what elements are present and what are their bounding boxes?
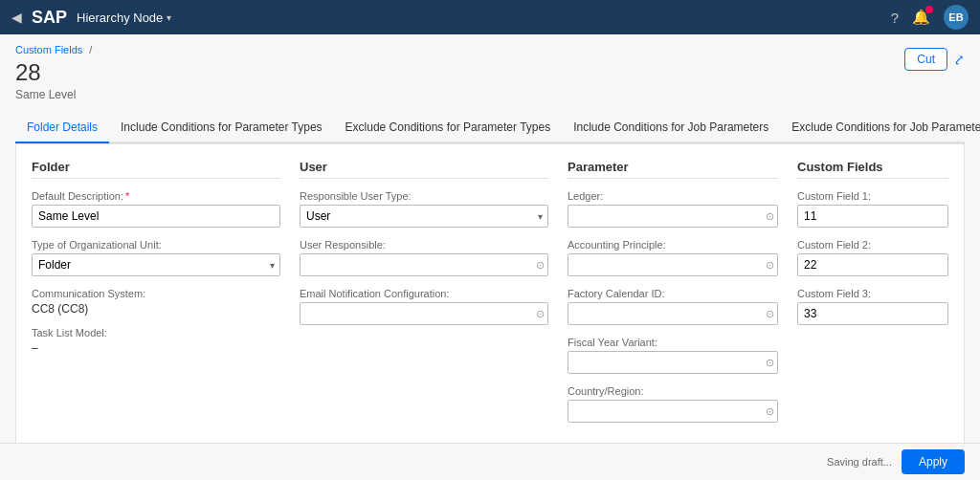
custom-fields-section: Custom Fields Custom Field 1: Custom Fie… xyxy=(797,160,948,434)
user-responsible-label: User Responsible: xyxy=(300,239,548,251)
search-value-icon[interactable]: ⊙ xyxy=(766,259,774,272)
top-navigation-bar: ◀ SAP Hierarchy Node ▾ ? 🔔 EB xyxy=(0,0,980,34)
user-section: User Responsible User Type: User ▾ User … xyxy=(300,160,548,434)
custom-field-1-input[interactable] xyxy=(797,205,948,228)
breadcrumb-separator: / xyxy=(89,44,92,55)
responsible-user-type-select[interactable]: User xyxy=(300,205,548,228)
tab-include-conditions-param-types[interactable]: Include Conditions for Parameter Types xyxy=(109,113,334,143)
search-value-icon[interactable]: ⊙ xyxy=(536,259,545,272)
accounting-principle-group: Accounting Principle: ⊙ xyxy=(568,239,778,276)
fiscal-year-variant-label: Fiscal Year Variant: xyxy=(568,337,778,348)
email-notification-label: Email Notification Configuration: xyxy=(300,288,548,299)
email-notification-input[interactable] xyxy=(300,302,548,325)
task-list-model-group: Task List Model: – xyxy=(32,327,280,355)
tab-bar: Folder Details Include Conditions for Pa… xyxy=(15,113,965,143)
tab-exclude-conditions-param-types[interactable]: Exclude Conditions for Parameter Types xyxy=(334,113,563,143)
export-button[interactable]: ⤤ xyxy=(953,52,965,67)
page-header-right: Cut ⤤ xyxy=(904,44,965,71)
user-responsible-input-wrapper: ⊙ xyxy=(300,253,548,276)
parameter-section-title: Parameter xyxy=(568,160,778,179)
fields-row: Folder Default Description: * Type of Or… xyxy=(32,160,948,434)
notification-button[interactable]: 🔔 xyxy=(912,9,930,26)
fiscal-year-variant-group: Fiscal Year Variant: ⊙ xyxy=(568,337,778,374)
communication-system-group: Communication System: CC8 (CC8) xyxy=(32,288,280,316)
task-list-model-label: Task List Model: xyxy=(32,327,280,338)
default-description-input[interactable] xyxy=(32,205,280,228)
accounting-principle-input[interactable] xyxy=(568,253,778,276)
main-panel: Folder Default Description: * Type of Or… xyxy=(15,143,965,450)
avatar[interactable]: EB xyxy=(944,5,969,30)
custom-field-3-label: Custom Field 3: xyxy=(797,288,948,299)
breadcrumb[interactable]: Custom Fields / xyxy=(15,44,904,55)
custom-field-3-input[interactable] xyxy=(797,302,948,325)
accounting-principle-label: Accounting Principle: xyxy=(568,239,778,251)
page-subtitle: Same Level xyxy=(15,88,904,101)
factory-calendar-label: Factory Calendar ID: xyxy=(568,288,778,299)
factory-calendar-group: Factory Calendar ID: ⊙ xyxy=(568,288,778,325)
country-region-input[interactable] xyxy=(568,400,778,423)
org-unit-type-select[interactable]: Folder xyxy=(32,253,280,276)
org-unit-type-select-wrapper: Folder ▾ xyxy=(32,253,280,276)
top-bar-left: ◀ SAP Hierarchy Node ▾ xyxy=(11,8,171,28)
communication-system-label: Communication System: xyxy=(32,288,280,299)
responsible-user-type-label: Responsible User Type: xyxy=(300,190,548,202)
custom-field-1-label: Custom Field 1: xyxy=(797,190,948,202)
tab-include-conditions-job-params[interactable]: Include Conditions for Job Parameters xyxy=(562,113,780,143)
sap-logo: SAP xyxy=(32,8,67,28)
page-content: Custom Fields / 28 Same Level Cut ⤤ Fold… xyxy=(0,34,980,480)
custom-field-1-group: Custom Field 1: xyxy=(797,190,948,228)
factory-calendar-input[interactable] xyxy=(568,302,778,325)
country-region-label: Country/Region: xyxy=(568,385,778,397)
country-region-group: Country/Region: ⊙ xyxy=(568,385,778,423)
folder-section: Folder Default Description: * Type of Or… xyxy=(32,160,280,434)
accounting-principle-input-wrapper: ⊙ xyxy=(568,253,778,276)
chevron-down-icon: ▾ xyxy=(167,12,171,23)
app-title-text: Hierarchy Node xyxy=(77,11,163,25)
search-value-icon[interactable]: ⊙ xyxy=(766,308,774,320)
ledger-input-wrapper: ⊙ xyxy=(568,205,778,228)
ledger-input[interactable] xyxy=(568,205,778,228)
page-header: Custom Fields / 28 Same Level Cut ⤤ xyxy=(15,44,965,109)
user-type-select-wrapper: User ▾ xyxy=(300,205,548,228)
page-title: 28 xyxy=(15,59,904,86)
user-responsible-input[interactable] xyxy=(300,253,548,276)
responsible-user-type-group: Responsible User Type: User ▾ xyxy=(300,190,548,228)
folder-section-title: Folder xyxy=(32,160,280,179)
search-value-icon[interactable]: ⊙ xyxy=(766,210,774,223)
search-value-icon[interactable]: ⊙ xyxy=(536,308,545,320)
apply-button[interactable]: Apply xyxy=(902,449,965,474)
custom-field-3-group: Custom Field 3: xyxy=(797,288,948,325)
tab-folder-details[interactable]: Folder Details xyxy=(15,113,109,143)
bottom-bar: Saving draft... Apply xyxy=(0,443,980,480)
custom-field-2-group: Custom Field 2: xyxy=(797,239,948,276)
org-unit-type-group: Type of Organizational Unit: Folder ▾ xyxy=(32,239,280,276)
notification-dot xyxy=(925,6,933,13)
custom-fields-section-title: Custom Fields xyxy=(797,160,948,179)
custom-field-2-input[interactable] xyxy=(797,253,948,276)
app-title: Hierarchy Node ▾ xyxy=(77,11,171,25)
parameter-section: Parameter Ledger: ⊙ Accounting Principle… xyxy=(568,160,778,434)
task-list-model-value: – xyxy=(32,341,280,355)
search-value-icon[interactable]: ⊙ xyxy=(766,405,774,418)
cut-button[interactable]: Cut xyxy=(904,48,947,71)
org-unit-type-label: Type of Organizational Unit: xyxy=(32,239,280,251)
breadcrumb-link[interactable]: Custom Fields xyxy=(15,44,82,55)
required-indicator: * xyxy=(125,190,129,202)
back-button[interactable]: ◀ xyxy=(11,10,22,25)
email-notification-input-wrapper: ⊙ xyxy=(300,302,548,325)
tab-exclude-conditions-job-params[interactable]: Exclude Conditions for Job Parameters xyxy=(780,113,980,143)
custom-field-2-label: Custom Field 2: xyxy=(797,239,948,251)
default-description-group: Default Description: * xyxy=(32,190,280,228)
help-button[interactable]: ? xyxy=(891,10,899,26)
fiscal-year-variant-input-wrapper: ⊙ xyxy=(568,351,778,374)
fiscal-year-variant-input[interactable] xyxy=(568,351,778,374)
factory-calendar-input-wrapper: ⊙ xyxy=(568,302,778,325)
user-section-title: User xyxy=(300,160,548,179)
user-responsible-group: User Responsible: ⊙ xyxy=(300,239,548,276)
ledger-group: Ledger: ⊙ xyxy=(568,190,778,228)
top-bar-right: ? 🔔 EB xyxy=(891,5,969,30)
search-value-icon[interactable]: ⊙ xyxy=(766,357,774,369)
ledger-label: Ledger: xyxy=(568,190,778,202)
page-header-left: Custom Fields / 28 Same Level xyxy=(15,44,904,109)
communication-system-value: CC8 (CC8) xyxy=(32,302,280,316)
